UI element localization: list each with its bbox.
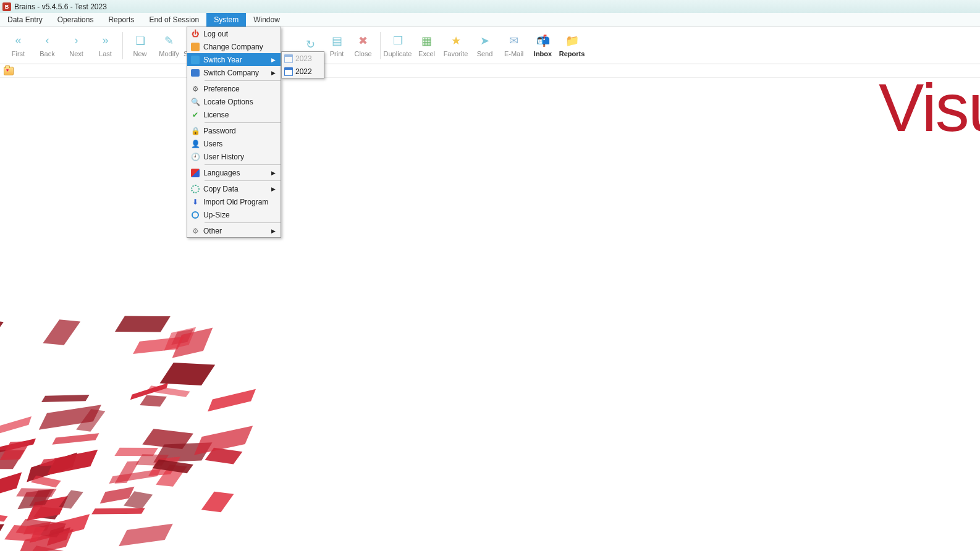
menu-item-label: License (203, 111, 276, 119)
toolbar-label: Next (69, 50, 83, 57)
inbox-icon: 📬 (536, 34, 550, 48)
favorite-icon: ★ (449, 34, 463, 48)
menu-item-label: Switch Year (203, 56, 269, 64)
year-option-2023: 2023 (282, 52, 324, 65)
menu-item-label: Users (203, 140, 276, 148)
toolbar-separator (380, 32, 381, 59)
menu-item-label: Languages (203, 169, 269, 177)
menu-locate-options[interactable]: 🔍Locate Options (187, 95, 281, 108)
menu-users[interactable]: 👤Users (187, 137, 281, 150)
toolbar-inbox-button[interactable]: 📬Inbox (528, 28, 557, 63)
favorites-bar (0, 64, 980, 78)
submenu-arrow-icon: ▶ (269, 186, 276, 192)
toolbar-new-button[interactable]: ❏New (125, 28, 154, 63)
toolbar-label: Modify (159, 50, 179, 57)
toolbar-first-button[interactable]: «First (4, 28, 33, 63)
toolbar-send-button[interactable]: ➤Send (470, 28, 499, 63)
calendar-icon (284, 54, 293, 63)
menu-item-label: Import Old Program (203, 198, 276, 206)
menu-change-company[interactable]: Change Company (187, 40, 281, 53)
user-icon: 👤 (191, 140, 200, 148)
bluecase-icon (191, 69, 200, 77)
toolbar-print-button[interactable]: ▤Print (325, 28, 348, 63)
toolbar-label: E-Mail (504, 50, 523, 57)
toolbar-label: Reports (559, 50, 585, 57)
year-label: 2023 (295, 54, 312, 63)
duplicate-icon: ❐ (391, 34, 405, 48)
favorites-folder-icon[interactable] (4, 67, 14, 75)
toolbar-label: Duplicate (384, 50, 412, 57)
other-icon: ⚙ (192, 227, 199, 235)
toolbar-excel-button[interactable]: ▦Excel (412, 28, 441, 63)
copy-icon (191, 185, 200, 193)
window-title: Brains - v5.4.5.6 - Test 2023 (14, 2, 107, 11)
menu-switch-year[interactable]: Switch Year▶ (187, 53, 281, 66)
menu-user-history[interactable]: 🕘User History (187, 150, 281, 163)
toolbar: «First‹Back›Next»Last❏New✎Modify✔Save↻▤P… (0, 27, 980, 64)
menu-separator (205, 80, 281, 81)
submenu-arrow-icon: ▶ (269, 228, 276, 234)
power-icon: ⏻ (192, 30, 199, 38)
menu-item-end-of-session[interactable]: End of Session (142, 13, 206, 27)
send-icon: ➤ (478, 34, 492, 48)
toolbar-label: Inbox (534, 50, 552, 57)
toolbar-label: Favorite (444, 50, 468, 57)
year-option-2022[interactable]: 2022 (282, 65, 324, 78)
menu-item-label: Locate Options (203, 98, 276, 106)
menu-item-data-entry[interactable]: Data Entry (0, 13, 50, 27)
menu-item-reports[interactable]: Reports (101, 13, 142, 27)
menu-item-label: Preference (203, 85, 276, 93)
excel-icon: ▦ (420, 34, 434, 48)
menu-item-window[interactable]: Window (246, 13, 287, 27)
toolbar-separator (122, 32, 123, 59)
lang-icon (191, 169, 200, 177)
menu-item-operations[interactable]: Operations (50, 13, 101, 27)
toolbar-next-button[interactable]: ›Next (62, 28, 91, 63)
menu-log-out[interactable]: ⏻Log out (187, 27, 281, 40)
toolbar-modify-button[interactable]: ✎Modify (154, 28, 184, 63)
toolbar-last-button[interactable]: »Last (91, 28, 120, 63)
toolbar-favorite-button[interactable]: ★Favorite (441, 28, 470, 63)
menu-password[interactable]: 🔒Password (187, 124, 281, 137)
menu-separator (205, 222, 281, 223)
modify-icon: ✎ (163, 34, 176, 48)
menu-up-size[interactable]: Up-Size (187, 208, 281, 221)
toolbar-label: New (133, 50, 146, 57)
toolbar-label: Close (354, 50, 371, 57)
first-icon: « (12, 34, 25, 48)
up-icon (192, 211, 199, 219)
toolbar-label: First (12, 50, 25, 57)
reports-icon: 📁 (565, 34, 579, 48)
menu-item-label: Change Company (203, 43, 276, 51)
menu-preference[interactable]: ⚙Preference (187, 82, 281, 95)
lock-icon: 🔒 (191, 127, 200, 135)
menu-item-system[interactable]: System (206, 13, 246, 27)
orange-icon (191, 43, 200, 51)
last-icon: » (99, 34, 112, 48)
down-icon: ⬇ (192, 198, 198, 206)
menu-copy-data[interactable]: Copy Data▶ (187, 182, 281, 195)
toolbar-label: Print (330, 50, 344, 57)
close-icon: ✖ (357, 34, 370, 48)
menu-import-old-program[interactable]: ⬇Import Old Program (187, 195, 281, 208)
toolbar-close-button[interactable]: ✖Close (348, 28, 378, 63)
menu-other[interactable]: ⚙Other▶ (187, 224, 281, 237)
toolbar-label: Back (40, 50, 54, 57)
menu-license[interactable]: ✔License (187, 108, 281, 121)
toolbar-back-button[interactable]: ‹Back (33, 28, 62, 63)
submenu-arrow-icon: ▶ (269, 170, 276, 176)
submenu-arrow-icon: ▶ (269, 70, 276, 76)
toolbar-duplicate-button[interactable]: ❐Duplicate (383, 28, 412, 63)
menu-switch-company[interactable]: Switch Company▶ (187, 66, 281, 79)
submenu-arrow-icon: ▶ (269, 57, 276, 63)
clock-icon: 🕘 (191, 153, 200, 161)
back-icon: ‹ (41, 34, 54, 48)
menu-languages[interactable]: Languages▶ (187, 166, 281, 179)
new-icon: ❏ (133, 34, 147, 48)
app-icon: B (2, 2, 11, 11)
check-icon: ✔ (192, 111, 198, 119)
toolbar-e-mail-button[interactable]: ✉E-Mail (499, 28, 528, 63)
menu-item-label: User History (203, 153, 276, 161)
toolbar-reports-button[interactable]: 📁Reports (557, 28, 586, 63)
mag-icon: 🔍 (191, 98, 200, 106)
